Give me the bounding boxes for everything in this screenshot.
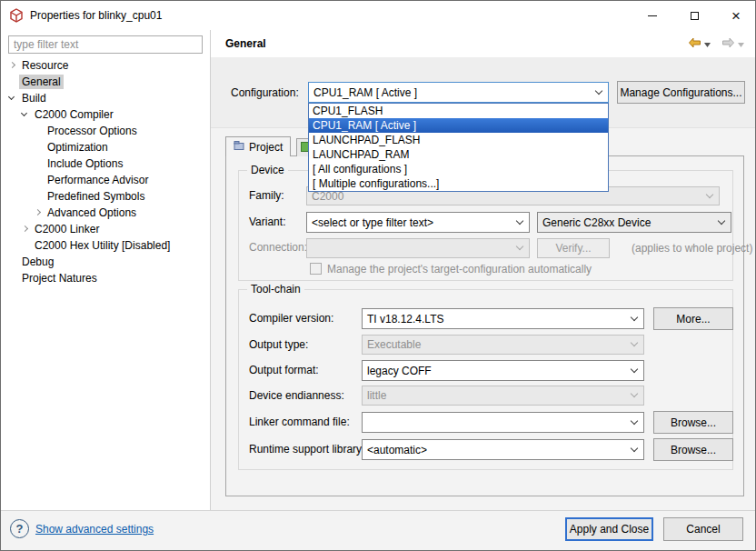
tree-label: Include Options (45, 156, 125, 171)
dropdown-option-launchpad-flash[interactable]: LAUNCHPAD_FLASH (309, 133, 608, 147)
dropdown-option-cpu1-flash[interactable]: CPU1_FLASH (309, 104, 608, 118)
tree-spacer (19, 237, 32, 254)
apply-and-close-button[interactable]: Apply and Close (565, 517, 653, 541)
forward-arrow-icon[interactable] (721, 37, 735, 51)
configuration-combobox[interactable]: CPU1_RAM [ Active ] (308, 82, 609, 103)
connection-note: (applies to whole project) (632, 238, 752, 258)
sidebar-item-performance-advisor[interactable]: Performance Advisor (1, 172, 210, 188)
runtime-library-combobox[interactable]: <automatic> (362, 439, 644, 460)
compiler-version-label: Compiler version: (249, 308, 333, 328)
chevron-down-icon (631, 313, 638, 320)
endianness-label: Device endianness: (249, 386, 344, 406)
linker-browse-button[interactable]: Browse... (653, 411, 733, 434)
sidebar-item-resource[interactable]: Resource (1, 57, 210, 74)
sidebar-item-optimization[interactable]: Optimization (1, 139, 210, 155)
configuration-dropdown-list: CPU1_FLASH CPU1_RAM [ Active ] LAUNCHPAD… (308, 103, 609, 192)
tree-label: C2000 Hex Utility [Disabled] (32, 238, 173, 253)
tree-spacer (6, 254, 19, 270)
tree-spacer (6, 270, 19, 286)
variant-label: Variant: (249, 212, 285, 232)
maximize-icon (691, 12, 699, 20)
chevron-right-icon[interactable] (19, 221, 32, 237)
sidebar-item-c2000-linker[interactable]: C2000 Linker (1, 221, 210, 237)
sidebar-item-processor-options[interactable]: Processor Options (1, 123, 210, 139)
dropdown-option-all-configurations[interactable]: [ All configurations ] (309, 162, 608, 176)
minimize-icon (648, 15, 657, 16)
variant-device-combobox[interactable]: Generic C28xx Device (537, 212, 731, 233)
verify-button: Verify... (537, 238, 610, 258)
chevron-down-icon (516, 216, 523, 224)
tab-project-label: Project (249, 141, 283, 154)
sidebar-item-advanced-options[interactable]: Advanced Options (1, 205, 210, 221)
project-tab-icon (234, 140, 244, 154)
cancel-button[interactable]: Cancel (663, 517, 743, 541)
sidebar-item-general[interactable]: General (1, 74, 210, 90)
output-type-combobox: Executable (362, 335, 644, 355)
family-label: Family: (249, 185, 284, 205)
maximize-button[interactable] (673, 1, 715, 30)
chevron-right-icon[interactable] (6, 57, 19, 74)
properties-tree: Resource General Build C2000 Compiler Pr… (1, 57, 210, 286)
variant-combobox[interactable]: <select or type filter text> (306, 212, 530, 233)
history-navigation (688, 35, 744, 52)
dropdown-option-multiple-configurations[interactable]: [ Multiple configurations...] (309, 176, 608, 191)
app-icon (9, 8, 24, 23)
chevron-down-icon[interactable] (6, 90, 19, 106)
chevron-right-icon[interactable] (32, 205, 45, 221)
close-button[interactable] (715, 1, 756, 30)
window-title: Properties for blinky_cpu01 (30, 1, 162, 30)
back-dropdown-icon[interactable] (704, 37, 711, 50)
chevron-down-icon (631, 365, 638, 372)
show-advanced-settings-link[interactable]: Show advanced settings (35, 523, 154, 536)
linker-command-file-combobox[interactable] (362, 412, 644, 433)
tree-label: Project Natures (19, 271, 100, 286)
filter-input[interactable] (8, 35, 203, 54)
more-button[interactable]: More... (653, 307, 733, 330)
toolchain-group-title: Tool-chain (247, 283, 304, 296)
output-format-combobox[interactable]: legacy COFF (362, 360, 644, 381)
auto-manage-checkbox (310, 263, 322, 275)
sidebar-item-build[interactable]: Build (1, 90, 210, 106)
tree-label: Resource (19, 58, 71, 73)
sidebar-item-project-natures[interactable]: Project Natures (1, 270, 210, 286)
titlebar[interactable]: Properties for blinky_cpu01 (1, 1, 755, 30)
sidebar-item-debug[interactable]: Debug (1, 254, 210, 270)
auto-manage-label: Manage the project's target-configuratio… (327, 259, 592, 279)
runtime-browse-button[interactable]: Browse... (653, 438, 733, 461)
endianness-value: little (367, 389, 386, 402)
output-type-value: Executable (367, 338, 421, 351)
chevron-down-icon[interactable] (19, 106, 32, 123)
output-format-value: legacy COFF (367, 365, 432, 377)
variant-value: <select or type filter text> (312, 216, 433, 229)
chevron-down-icon (718, 216, 725, 224)
chevron-down-icon (516, 243, 523, 250)
tree-label: C2000 Compiler (32, 107, 116, 122)
tree-label: Advanced Options (45, 205, 139, 220)
tree-label: Build (19, 91, 49, 105)
manage-configurations-button[interactable]: Manage Configurations... (617, 81, 745, 104)
forward-dropdown-icon[interactable] (738, 37, 744, 50)
tab-project[interactable]: Project (225, 136, 291, 156)
compiler-version-combobox[interactable]: TI v18.12.4.LTS (362, 308, 644, 329)
help-button[interactable]: ? (10, 519, 29, 538)
runtime-library-value: <automatic> (367, 444, 427, 456)
chevron-down-icon (706, 190, 713, 197)
tree-spacer (32, 172, 45, 188)
page-title: General (225, 30, 266, 57)
sidebar-item-include-options[interactable]: Include Options (1, 155, 210, 172)
minimize-button[interactable] (632, 1, 673, 30)
tree-label: Processor Options (45, 124, 140, 138)
sidebar-item-c2000-hex-utility[interactable]: C2000 Hex Utility [Disabled] (1, 237, 210, 254)
connection-label: Connection: (249, 237, 307, 257)
sidebar-item-predefined-symbols[interactable]: Predefined Symbols (1, 188, 210, 205)
tree-spacer (32, 188, 45, 205)
sidebar-item-c2000-compiler[interactable]: C2000 Compiler (1, 106, 210, 123)
sidebar: Resource General Build C2000 Compiler Pr… (1, 30, 210, 510)
chevron-down-icon (595, 86, 602, 94)
endianness-combobox: little (362, 386, 644, 406)
tree-spacer (32, 155, 45, 172)
chevron-down-icon (631, 339, 638, 346)
dropdown-option-cpu1-ram[interactable]: CPU1_RAM [ Active ] (309, 118, 608, 133)
back-arrow-icon[interactable] (688, 37, 701, 51)
dropdown-option-launchpad-ram[interactable]: LAUNCHPAD_RAM (309, 147, 608, 162)
